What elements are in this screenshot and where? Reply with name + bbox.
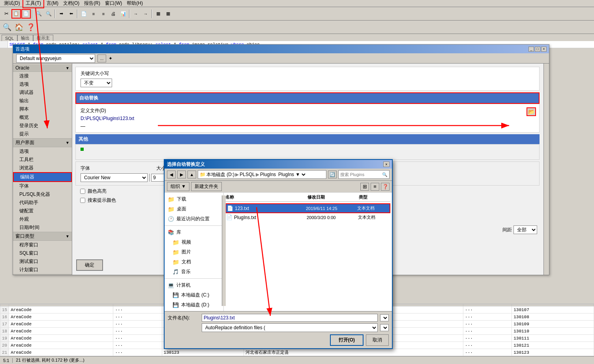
checkbox-color-highlight-input[interactable] [80, 189, 85, 194]
dialog-back-btn[interactable]: ◀ [167, 171, 176, 178]
dialog-help-btn[interactable]: ❓ [381, 183, 390, 191]
dialog-col-type[interactable]: 类型 [359, 194, 390, 200]
dialog-refresh-btn[interactable]: 🔄 [328, 171, 337, 178]
dialog-sidebar-item-recent[interactable]: 🕐 最近访问的位置 [165, 214, 223, 224]
interval-select[interactable]: 全部 [513, 225, 537, 234]
dialog-filetype-select[interactable]: AutoReplace definition files ( [202, 323, 378, 332]
prefs-profile-select[interactable]: Default wangyuejun [16, 54, 95, 63]
dialog-sidebar-item-computer[interactable]: 💻 计算机 [165, 280, 223, 290]
confirm-button[interactable]: 确定 [76, 259, 103, 271]
tree-item-script[interactable]: 脚本 [13, 105, 72, 113]
tab-sql[interactable]: SQL [2, 35, 17, 41]
dialog-file-row-0[interactable]: 📄 123.txt 2019/6/11 14:25 文本文档 [225, 203, 390, 213]
menu-report[interactable]: 报告(R) [82, 0, 103, 8]
checkbox-search-color-input[interactable] [80, 198, 85, 203]
dialog-view-btn1[interactable]: ⊞ [360, 183, 369, 191]
dialog-sidebar-item-library[interactable]: 📚 库 [165, 227, 223, 237]
toolbar-copy[interactable]: 📋 [11, 9, 21, 19]
toolbar-btn3[interactable]: ≡ [89, 9, 98, 19]
menu-doc[interactable]: 文档(O) [61, 0, 82, 8]
menu-lang[interactable]: 言(M) [44, 0, 61, 8]
dialog-sidebar-item-video[interactable]: 📁 视频 [165, 237, 223, 247]
tree-item-test-window[interactable]: 测试窗口 [13, 257, 72, 266]
dialog-sidebar-item-d-drive[interactable]: 💾 本地磁盘 (D:) [165, 300, 223, 310]
tree-section-ui[interactable]: 用户界面 ▼ [13, 138, 72, 147]
tree-section-window-type[interactable]: 窗口类型 ▼ [13, 232, 72, 241]
prefs-close-btn[interactable]: × [541, 47, 547, 52]
dialog-search-input[interactable] [340, 172, 382, 177]
tree-item-login-history[interactable]: 登录历史 [13, 122, 72, 130]
tree-item-hints[interactable]: 提示 [13, 130, 72, 138]
tree-item-overview[interactable]: 概览 [13, 113, 72, 122]
dialog-col-name[interactable]: 名称 [225, 194, 307, 200]
dialog-sidebar-item-documents[interactable]: 📁 文档 [165, 257, 223, 267]
menu-help[interactable]: 帮助(H) [124, 0, 145, 8]
dialog-path-dropdown[interactable]: PlugIns ▼ [277, 171, 307, 178]
dialog-filename-type-dropdown[interactable]: ▼ [380, 314, 389, 321]
dialog-filename-input[interactable] [202, 314, 378, 322]
table-row[interactable]: 21 AreaCode ··· 130123 河北省石家庄市正定县 ··· 13… [0, 349, 594, 356]
toolbar-btn2[interactable]: ⬅ [66, 9, 76, 19]
toolbar-find[interactable]: 🔍 [34, 9, 43, 19]
menu-test[interactable]: 测试(D) [2, 0, 22, 8]
tree-item-code-assistant[interactable]: 代码助手 [13, 199, 72, 207]
font-size-input[interactable] [151, 174, 165, 182]
menu-tools[interactable]: 工具(T) [22, 0, 44, 8]
dialog-sidebar-item-network[interactable]: 🌐 ENN 上的 E (W: [165, 310, 223, 311]
tree-item-debugger[interactable]: 调试器 [13, 88, 72, 97]
tree-item-ui-options[interactable]: 选项 [13, 147, 72, 156]
tree-item-key-config[interactable]: 键配置 [13, 207, 72, 215]
keyword-dropdown[interactable]: 不变 大写 小写 [81, 79, 112, 87]
dialog-sidebar-item-music[interactable]: 🎵 音乐 [165, 267, 223, 277]
dialog-file-row-1[interactable]: 📄 PlugIns.txt 2000/3/20 0:00 文本文档 [225, 213, 390, 221]
tree-item-plsql-beautifier[interactable]: PL/SQL美化器 [13, 190, 72, 199]
font-select[interactable]: Courier New [81, 173, 148, 182]
dialog-organize-btn[interactable]: 组织 ▼ [167, 182, 189, 191]
toolbar-grid2[interactable]: ▦ [163, 9, 173, 19]
dialog-sidebar-item-desktop[interactable]: 📁 桌面 [165, 204, 223, 214]
tree-item-editor[interactable]: 编辑器 [13, 172, 72, 182]
dialog-cancel-button[interactable]: 取消 [366, 334, 389, 346]
toolbar-arr1[interactable]: → [131, 9, 141, 19]
dialog-sidebar-item-pictures[interactable]: 📁 图片 [165, 247, 223, 257]
toolbar-cut[interactable]: ✂ [2, 9, 11, 19]
tb2-btn2[interactable]: 🏠 [13, 22, 24, 33]
dialog-view-btn2[interactable]: ≡ [371, 183, 379, 191]
tree-item-toolbar[interactable]: 工具栏 [13, 156, 72, 164]
tree-item-options[interactable]: 选项 [13, 80, 72, 88]
toolbar-find2[interactable]: 🔍 [44, 9, 53, 19]
tree-item-plan-window[interactable]: 计划窗口 [13, 266, 72, 274]
dialog-search-box[interactable]: 🔍 [338, 170, 390, 179]
tab-output[interactable]: 输出 [17, 35, 33, 41]
tree-item-program-window[interactable]: 程序窗口 [13, 241, 72, 249]
toolbar-arr2[interactable]: → [141, 9, 150, 19]
tab-dbms[interactable]: 提示主 [33, 35, 53, 41]
dialog-sidebar-item-download[interactable]: 📁 下载 [165, 194, 223, 204]
toolbar-chart[interactable]: 📊 [118, 9, 128, 19]
tree-item-output[interactable]: 输出 [13, 97, 72, 105]
dialog-open-button[interactable]: 打开(O) [330, 334, 364, 346]
prefs-minimize-btn[interactable]: _ [528, 47, 534, 52]
dialog-close-btn[interactable]: × [383, 161, 390, 167]
prefs-profile-btn[interactable]: ... [97, 54, 106, 62]
other-header[interactable]: 其他 [75, 134, 540, 144]
dialog-filetype-arrow[interactable]: ▼ [380, 324, 389, 331]
tb2-btn1[interactable]: 🔍 [2, 22, 13, 33]
toolbar-new[interactable]: 📄 [79, 9, 88, 19]
tree-item-appearance[interactable]: 外观 [13, 215, 72, 223]
dialog-col-date[interactable]: 修改日期 [307, 194, 359, 200]
dialog-up-btn[interactable]: ▲ [187, 171, 196, 178]
tb2-btn3[interactable]: ❓ [25, 22, 36, 33]
prefs-maximize-btn[interactable]: □ [535, 47, 540, 52]
autoreplace-header[interactable]: 自动替换 [75, 92, 540, 104]
tree-section-oracle[interactable]: Oracle ▼ [13, 64, 72, 72]
tree-item-browser[interactable]: 浏览器 [13, 164, 72, 172]
dialog-sidebar-item-c-drive[interactable]: 💾 本地磁盘 (C:) [165, 290, 223, 300]
tree-item-connect[interactable]: 连接 [13, 72, 72, 80]
toolbar-print[interactable]: 🖨 [109, 9, 118, 19]
menu-window[interactable]: 窗口(W) [103, 0, 124, 8]
tree-item-sql-window[interactable]: SQL窗口 [13, 249, 72, 257]
autoreplace-browse-btn[interactable]: 📂 [527, 107, 536, 116]
toolbar-btn1[interactable]: ➡ [56, 9, 66, 19]
dialog-forward-btn[interactable]: ▶ [177, 171, 186, 178]
